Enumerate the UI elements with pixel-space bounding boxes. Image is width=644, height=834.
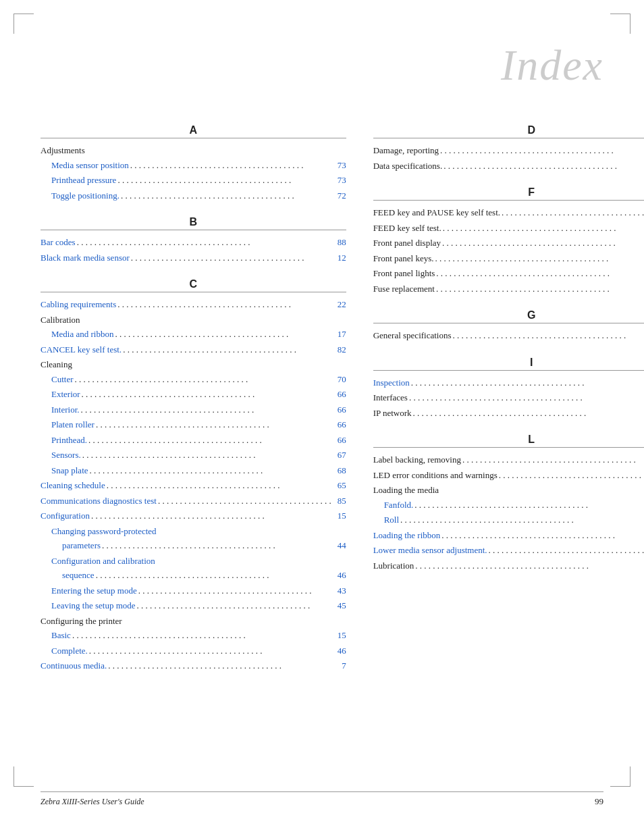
corner-mark-br xyxy=(610,766,630,787)
entry-label: Label backing, removing xyxy=(373,453,461,467)
entry-label: Loading the media xyxy=(373,484,439,497)
list-item: Basic 15 xyxy=(41,629,346,643)
entry-label: Printhead. xyxy=(51,434,87,447)
list-item: Printhead. 66 xyxy=(41,434,346,448)
entry-dots xyxy=(158,494,331,509)
entry-page: 85 xyxy=(333,494,346,508)
entry-label: Platen roller xyxy=(51,418,95,432)
entry-label: Calibration xyxy=(41,313,80,327)
list-item: Printhead pressure 73 xyxy=(41,174,346,188)
entry-label: Inspection xyxy=(373,376,410,390)
entry-dots xyxy=(436,267,644,281)
entry-label: IP network xyxy=(373,407,412,420)
entry-label: Roll xyxy=(384,513,399,527)
entry-label: Toggle positioning. xyxy=(51,189,119,203)
corner-mark-bl xyxy=(14,766,34,787)
section-letter: B xyxy=(41,216,346,230)
entry-label: Printhead pressure xyxy=(51,174,116,187)
entry-page: 70 xyxy=(333,373,346,386)
entry-page: 22 xyxy=(333,298,346,311)
entry-dots xyxy=(75,373,331,387)
entry-dots xyxy=(444,159,644,174)
list-item: Configuring the printer xyxy=(41,615,346,628)
list-item: Complete. 46 xyxy=(41,644,346,658)
entry-page: 46 xyxy=(333,644,346,658)
entry-label: Black mark media sensor xyxy=(41,251,130,265)
entry-dots xyxy=(137,599,331,613)
list-item: CANCEL key self test. 82 xyxy=(41,343,346,357)
entry-dots xyxy=(115,328,331,342)
section-letter: L xyxy=(373,434,644,448)
entry-label: Interior. xyxy=(51,403,80,417)
list-item: Exterior 66 xyxy=(41,388,346,402)
entry-dots xyxy=(415,559,644,573)
list-item: Front panel lights 26 xyxy=(373,267,644,281)
entry-label: Lubrication xyxy=(373,559,414,573)
entry-label: Sensors. xyxy=(51,448,81,462)
list-item: Adjustments xyxy=(41,144,346,157)
entry-dots xyxy=(117,174,331,188)
entry-label: Front panel keys. xyxy=(373,252,434,265)
entry-dots xyxy=(502,206,644,220)
section-letter: I xyxy=(373,357,644,371)
list-item: Interior. 66 xyxy=(41,403,346,417)
entry-dots xyxy=(409,391,644,405)
entry-dots xyxy=(121,189,331,203)
entry-label: Continuous media. xyxy=(41,659,107,673)
right-column: D Damage, reporting 2 Data specification… xyxy=(373,111,644,675)
list-item: Entering the setup mode 43 xyxy=(41,584,346,598)
list-item: Interfaces 21 xyxy=(373,391,644,405)
corner-mark-tr xyxy=(610,14,630,34)
entry-label: Exterior xyxy=(51,388,80,401)
entry-dots xyxy=(123,343,331,357)
page-footer: Zebra XiIII-Series User's Guide 99 xyxy=(41,791,603,807)
entry-label: Front panel lights xyxy=(373,267,435,280)
entry-dots xyxy=(435,252,644,266)
left-column: A Adjustments Media sensor position 73 P… xyxy=(41,111,346,675)
entry-label: Media and ribbon xyxy=(51,328,113,341)
entry-page: 15 xyxy=(333,629,346,642)
list-item: Configuration 15 xyxy=(41,509,346,523)
entry-label: Data specifications. xyxy=(373,159,443,173)
entry-dots xyxy=(414,498,644,513)
entry-dots xyxy=(441,529,644,543)
list-item: Toggle positioning. 72 xyxy=(41,189,346,203)
section-letter: C xyxy=(41,278,346,292)
list-item: Front panel display 24 xyxy=(373,236,644,251)
entry-dots xyxy=(96,569,331,583)
entry-label: Leaving the setup mode xyxy=(51,599,136,613)
list-item: parameters 44 xyxy=(41,539,346,553)
list-item: FEED key self test. 84 xyxy=(373,221,644,236)
list-item: Cleaning xyxy=(41,358,346,371)
entry-page: 73 xyxy=(333,174,346,187)
entry-label: Configuration and calibration xyxy=(51,554,155,568)
entry-page: 66 xyxy=(333,403,346,417)
entry-dots xyxy=(462,453,644,467)
entry-page: 7 xyxy=(333,659,346,673)
list-item: Lower media sensor adjustment. 12 xyxy=(373,544,644,558)
corner-mark-tl xyxy=(14,14,34,34)
footer-guide-text: Zebra XiIII-Series User's Guide xyxy=(41,797,144,806)
entry-label: Cutter xyxy=(51,373,74,386)
entry-label: Lower media sensor adjustment. xyxy=(373,544,487,557)
entry-label: FEED key and PAUSE key self test. xyxy=(373,206,500,219)
entry-page: 43 xyxy=(333,584,346,598)
entry-label: Media sensor position xyxy=(51,159,129,172)
entry-label: sequence xyxy=(62,569,95,582)
list-item: Front panel keys. 25 xyxy=(373,252,644,266)
entry-dots xyxy=(89,644,331,658)
entry-dots xyxy=(400,513,644,527)
list-item: Roll 27 xyxy=(373,513,644,527)
entry-dots xyxy=(96,418,331,432)
list-item: Cabling requirements 22 xyxy=(41,298,346,312)
entry-label: Bar codes xyxy=(41,236,76,249)
index-columns: A Adjustments Media sensor position 73 P… xyxy=(41,111,603,675)
list-item: Lubrication 70 xyxy=(373,559,644,573)
entry-dots xyxy=(499,469,644,483)
entry-label: Front panel display xyxy=(373,236,441,250)
entry-dots xyxy=(138,584,331,598)
section-letter: A xyxy=(41,124,346,138)
entry-page: 44 xyxy=(333,539,346,552)
list-item: Cutter 70 xyxy=(41,373,346,387)
entry-label: CANCEL key self test. xyxy=(41,343,122,357)
